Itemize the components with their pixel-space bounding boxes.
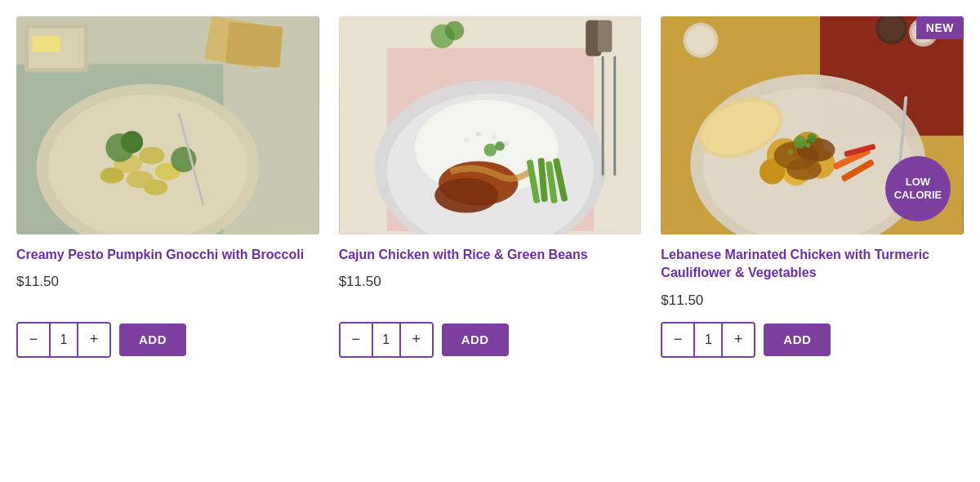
svg-point-25 <box>475 132 480 136</box>
product-card-lebanese: NEW LOW CALORIE Lebanese Marinated Chick… <box>661 16 964 358</box>
product-image-wrapper-gnocchi <box>16 16 319 234</box>
add-button-lebanese[interactable]: ADD <box>764 324 831 356</box>
svg-rect-40 <box>597 20 612 52</box>
product-info-cajun: Cajun Chicken with Rice & Green Beans $1… <box>339 234 642 358</box>
quantity-control-cajun: − 1 + <box>339 322 434 358</box>
svg-rect-15 <box>225 22 283 68</box>
qty-value-lebanese: 1 <box>693 324 723 356</box>
increase-qty-lebanese[interactable]: + <box>723 324 754 356</box>
svg-point-54 <box>786 158 822 180</box>
qty-value-cajun: 1 <box>372 324 401 356</box>
svg-rect-38 <box>601 56 604 176</box>
svg-point-56 <box>806 143 811 148</box>
product-image-gnocchi <box>16 16 319 234</box>
add-button-gnocchi[interactable]: ADD <box>119 324 186 356</box>
product-price-cajun: $11.50 <box>339 274 642 290</box>
svg-point-30 <box>434 178 498 213</box>
product-image-wrapper-lebanese: NEW LOW CALORIE <box>661 16 964 234</box>
svg-point-42 <box>444 21 463 40</box>
svg-point-35 <box>483 144 497 157</box>
svg-point-7 <box>100 167 124 183</box>
svg-point-11 <box>121 131 143 153</box>
product-grid: Creamy Pesto Pumpkin Gnocchi with Brocco… <box>16 16 964 358</box>
qty-value-gnocchi: 1 <box>49 324 78 356</box>
product-card-gnocchi: Creamy Pesto Pumpkin Gnocchi with Brocco… <box>16 16 319 358</box>
increase-qty-cajun[interactable]: + <box>401 324 432 356</box>
product-card-cajun: Cajun Chicken with Rice & Green Beans $1… <box>339 16 642 358</box>
svg-point-26 <box>492 135 497 140</box>
product-price-lebanese: $11.50 <box>661 292 964 309</box>
svg-point-5 <box>139 147 164 164</box>
product-actions-lebanese: − 1 + ADD <box>661 322 964 358</box>
svg-point-55 <box>788 150 793 154</box>
product-title-gnocchi: Creamy Pesto Pumpkin Gnocchi with Brocco… <box>16 246 319 264</box>
svg-point-3 <box>48 94 247 234</box>
product-actions-cajun: − 1 + ADD <box>339 322 642 358</box>
svg-point-66 <box>687 26 715 55</box>
svg-point-24 <box>464 137 469 142</box>
increase-qty-gnocchi[interactable]: + <box>78 324 109 356</box>
product-info-gnocchi: Creamy Pesto Pumpkin Gnocchi with Brocco… <box>16 234 319 358</box>
svg-rect-37 <box>613 56 616 176</box>
decrease-qty-cajun[interactable]: − <box>341 324 372 356</box>
decrease-qty-gnocchi[interactable]: − <box>18 324 49 356</box>
decrease-qty-lebanese[interactable]: − <box>662 324 693 356</box>
svg-rect-18 <box>33 36 60 51</box>
svg-point-70 <box>879 16 904 41</box>
badge-low-calorie-lebanese: LOW CALORIE <box>885 156 951 221</box>
svg-point-61 <box>808 133 817 143</box>
svg-point-9 <box>144 180 167 195</box>
quantity-control-gnocchi: − 1 + <box>16 322 111 358</box>
product-image-wrapper-cajun <box>339 16 642 234</box>
product-price-gnocchi: $11.50 <box>16 274 319 290</box>
product-image-cajun <box>339 16 642 234</box>
quantity-control-lebanese: − 1 + <box>661 322 755 358</box>
svg-point-36 <box>495 141 505 151</box>
add-button-cajun[interactable]: ADD <box>442 324 509 356</box>
product-title-cajun: Cajun Chicken with Rice & Green Beans <box>339 246 642 264</box>
product-title-lebanese: Lebanese Marinated Chicken with Turmeric… <box>661 246 964 283</box>
svg-point-60 <box>794 136 807 149</box>
product-actions-gnocchi: − 1 + ADD <box>16 322 319 358</box>
badge-new-lebanese: NEW <box>916 16 964 39</box>
product-info-lebanese: Lebanese Marinated Chicken with Turmeric… <box>661 234 964 358</box>
